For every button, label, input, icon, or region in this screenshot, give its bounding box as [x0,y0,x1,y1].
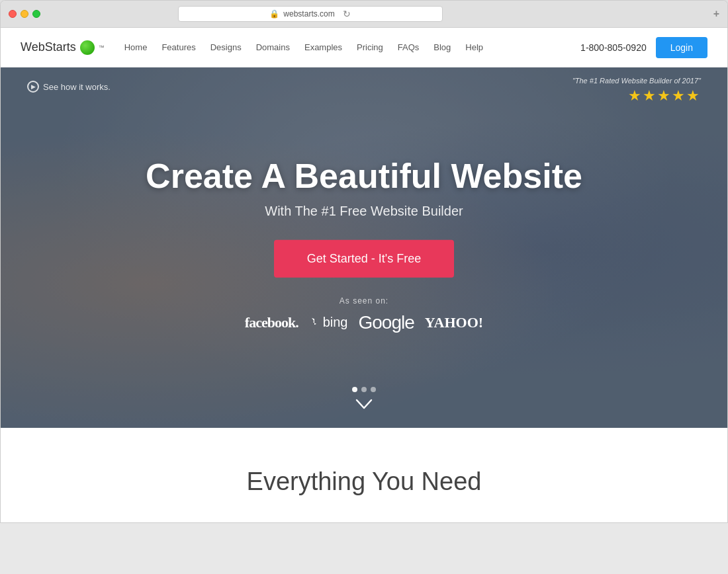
logo-tm: ™ [99,44,105,51]
url-text: webstarts.com [283,9,334,19]
nav-links: Home Features Designs Domains Examples P… [124,42,580,52]
phone-number: 1-800-805-0920 [580,42,647,53]
brand-logos: facebook. bing Google YAHOO! [132,311,596,333]
new-tab-button[interactable]: + [713,8,719,20]
as-seen-on-label: As seen on: [132,296,596,305]
browser-titlebar: 🔒 webstarts.com ↻ + [1,1,727,28]
yahoo-logo: YAHOO! [425,313,483,331]
nav-item-designs[interactable]: Designs [210,42,242,52]
nav-item-domains[interactable]: Domains [256,42,290,52]
dot-1[interactable] [352,387,357,392]
scroll-down-button[interactable] [354,397,374,415]
nav-item-pricing[interactable]: Pricing [357,42,383,52]
nav-item-examples[interactable]: Examples [304,42,342,52]
maximize-button[interactable] [32,10,40,18]
nav-item-help[interactable]: Help [465,42,483,52]
carousel-dots [352,387,376,392]
star-rating: ★★★★★ [572,87,701,104]
rating-text: "The #1 Rated Website Builder of 2017" [572,77,701,85]
nav-item-home[interactable]: Home [124,42,148,52]
bing-text: bing [323,315,348,330]
below-fold-section: Everything You Need [1,428,727,522]
address-bar[interactable]: 🔒 webstarts.com ↻ [178,6,443,22]
navbar: WebStarts ™ Home Features Designs Domain… [1,28,727,67]
logo-dot-icon [80,40,95,55]
nav-item-faqs[interactable]: FAQs [398,42,420,52]
browser-window: 🔒 webstarts.com ↻ + WebStarts ™ Home Fea… [0,0,728,523]
close-button[interactable] [9,10,17,18]
bing-logo: bing [309,315,348,330]
play-icon: ▶ [27,81,39,93]
refresh-icon[interactable]: ↻ [343,9,351,19]
hero-section: ▶ See how it works. "The #1 Rated Websit… [1,67,727,428]
see-how-link[interactable]: ▶ See how it works. [27,81,111,93]
see-how-text: See how it works. [43,82,111,92]
hero-title: Create A Beautiful Website [132,155,596,195]
facebook-logo: facebook. [245,313,298,331]
nav-item-blog[interactable]: Blog [433,42,451,52]
google-logo: Google [358,311,414,333]
lock-icon: 🔒 [269,9,279,19]
website-content: WebStarts ™ Home Features Designs Domain… [1,28,727,522]
minimize-button[interactable] [21,10,28,18]
dot-2[interactable] [361,387,367,392]
nav-item-features[interactable]: Features [161,42,195,52]
hero-subtitle: With The #1 Free Website Builder [132,203,596,218]
logo[interactable]: WebStarts ™ [21,40,105,55]
login-button[interactable]: Login [656,37,707,58]
dot-3[interactable] [371,387,376,392]
section-title: Everything You Need [21,468,707,496]
rating-badge: "The #1 Rated Website Builder of 2017" ★… [572,77,701,104]
hero-content: Create A Beautiful Website With The #1 F… [132,155,596,333]
logo-text-left: WebStarts [21,40,76,54]
cta-button[interactable]: Get Started - It's Free [274,239,455,277]
